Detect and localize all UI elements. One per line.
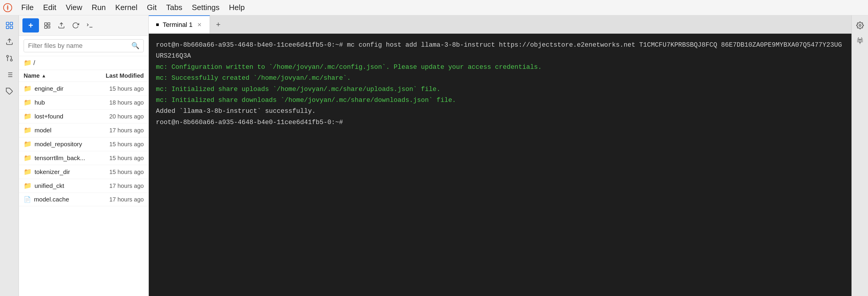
file-name: unified_ckt: [35, 182, 64, 189]
activity-files-icon[interactable]: [2, 18, 17, 32]
folder-icon: 📁: [24, 182, 32, 190]
app-logo: [2, 2, 13, 13]
settings-gear-icon[interactable]: [854, 19, 867, 32]
menubar: File Edit View Run Kernel Git Tabs Setti…: [0, 0, 868, 16]
refresh-button[interactable]: [70, 20, 82, 31]
col-name-header[interactable]: Name ▲: [24, 72, 85, 79]
svg-point-6: [10, 59, 12, 61]
terminal-line: mc: Initialized share uploads `/home/jov…: [156, 84, 844, 95]
folder-icon: 📁: [24, 99, 32, 106]
file-modified: 15 hours ago: [85, 141, 144, 148]
file-name: lost+found: [35, 113, 63, 120]
file-list-header: Name ▲ Last Modified: [19, 70, 149, 82]
menu-file[interactable]: File: [17, 1, 38, 14]
upload-button[interactable]: [41, 20, 53, 31]
svg-rect-16: [44, 23, 47, 25]
file-row[interactable]: 📄model.cache17 hours ago: [19, 193, 149, 206]
search-icon: 🔍: [131, 42, 140, 50]
svg-rect-17: [44, 26, 47, 28]
file-modified: 15 hours ago: [85, 169, 144, 175]
search-input-wrap[interactable]: 🔍: [24, 39, 144, 52]
svg-rect-4: [10, 26, 13, 29]
file-toolbar: +: [19, 16, 149, 36]
tab-add-button[interactable]: +: [211, 18, 225, 32]
col-modified-header[interactable]: Last Modified: [85, 72, 144, 79]
file-row[interactable]: 📁unified_ckt17 hours ago: [19, 179, 149, 193]
bug-icon[interactable]: [854, 34, 867, 47]
terminal-line: mc: Successfully created `/home/jovyan/.…: [156, 73, 844, 84]
terminal-line: Added `llama-3-8b-instruct` successfully…: [156, 106, 844, 117]
file-name: tokenizer_dir: [35, 168, 70, 175]
breadcrumb: 📁 /: [19, 56, 149, 70]
file-row[interactable]: 📁hub18 hours ago: [19, 96, 149, 110]
menu-view[interactable]: View: [61, 1, 87, 14]
tab-terminal-1[interactable]: ■ Terminal 1 ✕: [149, 16, 210, 33]
file-name: model.cache: [34, 196, 69, 203]
folder-icon-breadcrumb: 📁: [24, 59, 32, 67]
svg-rect-1: [6, 22, 9, 25]
svg-point-7: [6, 55, 8, 57]
file-row[interactable]: 📁model_repository15 hours ago: [19, 137, 149, 151]
tab-close-button[interactable]: ✕: [196, 22, 203, 28]
file-modified: 20 hours ago: [85, 113, 144, 120]
folder-icon: 📁: [24, 113, 32, 120]
search-bar: 🔍: [19, 36, 149, 56]
file-name: model: [35, 127, 51, 134]
terminal-line: mc: Configuration written to `/home/jovy…: [156, 62, 844, 73]
activity-upload-icon[interactable]: [2, 34, 17, 49]
main-area: +: [0, 16, 868, 296]
file-name: tensorrtllm_back...: [35, 154, 85, 161]
folder-icon: 📁: [24, 168, 32, 176]
folder-icon: 📁: [24, 85, 32, 92]
file-modified: 15 hours ago: [85, 85, 144, 92]
file-modified: 18 hours ago: [85, 99, 144, 106]
svg-rect-3: [6, 26, 9, 29]
tab-bar: ■ Terminal 1 ✕ +: [149, 16, 851, 34]
new-folder-button[interactable]: +: [23, 18, 39, 32]
file-row[interactable]: 📁model17 hours ago: [19, 123, 149, 137]
file-list: 📁engine_dir15 hours ago📁hub18 hours ago📁…: [19, 82, 149, 296]
file-row[interactable]: 📁engine_dir15 hours ago: [19, 82, 149, 96]
menu-settings[interactable]: Settings: [187, 1, 224, 14]
right-settings-bar: [851, 16, 868, 296]
menu-help[interactable]: Help: [224, 1, 249, 14]
file-modified: 17 hours ago: [85, 183, 144, 189]
file-panel: +: [19, 16, 149, 296]
menu-git[interactable]: Git: [142, 1, 161, 14]
menu-edit[interactable]: Edit: [38, 1, 61, 14]
menu-run[interactable]: Run: [87, 1, 111, 14]
terminal-line: root@n-8b660a66-a935-4648-b4e0-11cee6d41…: [156, 117, 844, 128]
upload-file-button[interactable]: [56, 20, 67, 31]
folder-icon: 📁: [24, 154, 32, 162]
folder-icon: 📁: [24, 126, 32, 134]
activity-bar: [0, 16, 19, 296]
terminal[interactable]: root@n-8b660a66-a935-4648-b4e0-11cee6d41…: [149, 34, 851, 296]
folder-icon: 📁: [24, 140, 32, 148]
file-name: hub: [35, 99, 45, 106]
activity-git-icon[interactable]: [2, 51, 17, 66]
svg-point-19: [859, 25, 861, 27]
svg-rect-2: [10, 22, 13, 25]
file-row[interactable]: 📁lost+found20 hours ago: [19, 110, 149, 123]
file-modified: 17 hours ago: [85, 127, 144, 134]
file-icon: 📄: [24, 196, 31, 203]
right-panel: ■ Terminal 1 ✕ + root@n-8b660a66-a935-46…: [149, 16, 851, 296]
menu-kernel[interactable]: Kernel: [111, 1, 142, 14]
menu-tabs[interactable]: Tabs: [161, 1, 187, 14]
breadcrumb-path[interactable]: /: [33, 59, 35, 67]
file-modified: 17 hours ago: [85, 196, 144, 203]
terminal-line: mc: Initialized share downloads `/home/j…: [156, 95, 844, 106]
tab-label: Terminal 1: [163, 21, 192, 29]
git-button[interactable]: [84, 20, 96, 31]
search-input[interactable]: [28, 42, 129, 50]
terminal-line: root@n-8b660a66-a935-4648-b4e0-11cee6d41…: [156, 39, 844, 62]
file-row[interactable]: 📁tensorrtllm_back...15 hours ago: [19, 151, 149, 165]
activity-extensions-icon[interactable]: [2, 84, 17, 99]
file-name: model_repository: [35, 141, 82, 148]
file-row[interactable]: 📁tokenizer_dir15 hours ago: [19, 165, 149, 179]
activity-list-icon[interactable]: [2, 67, 17, 82]
terminal-icon: ■: [156, 22, 159, 28]
file-name: engine_dir: [35, 85, 63, 92]
file-modified: 15 hours ago: [85, 155, 144, 161]
